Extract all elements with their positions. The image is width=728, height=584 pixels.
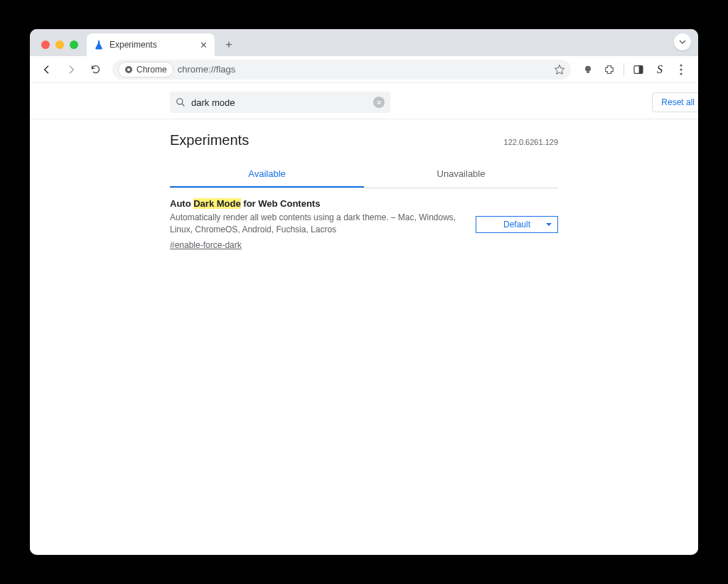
url-text: chrome://flags	[178, 64, 550, 75]
bulb-icon[interactable]	[578, 60, 598, 80]
toolbar: Chrome chrome://flags S	[30, 56, 698, 83]
page-title: Experiments	[170, 132, 558, 148]
svg-rect-5	[639, 65, 643, 73]
reset-all-button[interactable]: Reset all	[652, 92, 698, 112]
extensions-icon[interactable]	[599, 60, 619, 80]
svg-point-6	[680, 64, 682, 66]
bookmark-star-icon[interactable]	[554, 64, 565, 75]
experiment-hash-link[interactable]: #enable-force-dark	[170, 240, 242, 250]
side-panel-icon[interactable]	[628, 60, 648, 80]
separator	[623, 63, 624, 76]
new-tab-button[interactable]: +	[219, 35, 239, 55]
flask-icon	[94, 40, 104, 50]
tab-unavailable[interactable]: Unavailable	[364, 161, 558, 188]
svg-point-9	[177, 99, 183, 104]
experiment-select-value: Default	[503, 220, 530, 229]
page-content: ✕ Reset all 122.0.6261.129 Experiments A…	[30, 83, 698, 555]
tab-strip: Experiments ✕ +	[30, 29, 698, 56]
browser-tab[interactable]: Experiments ✕	[87, 33, 215, 56]
back-button[interactable]	[37, 60, 57, 80]
experiment-info: Auto Dark Mode for Web Contents Automati…	[170, 198, 461, 251]
experiment-select[interactable]: Default	[476, 216, 558, 233]
clear-search-button[interactable]: ✕	[373, 97, 385, 108]
close-tab-button[interactable]: ✕	[200, 40, 208, 50]
experiment-title: Auto Dark Mode for Web Contents	[170, 198, 461, 209]
search-bar-region: ✕ Reset all	[30, 83, 698, 119]
profile-icon[interactable]: S	[650, 60, 670, 80]
main-region: 122.0.6261.129 Experiments Available Una…	[170, 132, 558, 261]
header-row: 122.0.6261.129 Experiments	[170, 132, 558, 148]
experiment-control: Default	[476, 198, 558, 251]
tab-available[interactable]: Available	[170, 161, 364, 188]
toolbar-right: S	[578, 60, 691, 80]
experiment-row: Auto Dark Mode for Web Contents Automati…	[170, 188, 558, 261]
search-box[interactable]: ✕	[170, 92, 390, 113]
experiment-description: Automatically render all web contents us…	[170, 212, 461, 236]
svg-point-7	[680, 68, 682, 70]
search-icon	[176, 97, 186, 107]
close-window-button[interactable]	[41, 40, 50, 49]
minimize-window-button[interactable]	[55, 40, 64, 49]
maximize-window-button[interactable]	[70, 40, 78, 49]
reload-button[interactable]	[85, 60, 105, 80]
chrome-icon	[124, 65, 133, 74]
site-chip[interactable]: Chrome	[118, 62, 173, 77]
svg-point-1	[127, 68, 130, 71]
kebab-menu-icon[interactable]	[671, 60, 691, 80]
search-input[interactable]	[191, 97, 368, 108]
version-text: 122.0.6261.129	[504, 138, 558, 146]
tab-title: Experiments	[109, 40, 194, 50]
svg-point-2	[585, 65, 591, 71]
highlight-text: Dark Mode	[193, 198, 240, 209]
tabs: Available Unavailable	[170, 161, 558, 188]
chevron-down-icon[interactable]	[674, 33, 691, 50]
svg-point-8	[680, 72, 682, 75]
address-bar[interactable]: Chrome chrome://flags	[112, 60, 571, 80]
browser-window: Experiments ✕ + Chrome chrome://flags	[30, 29, 698, 555]
svg-rect-3	[587, 71, 589, 72]
forward-button[interactable]	[61, 60, 81, 80]
traffic-lights	[37, 40, 82, 56]
site-chip-label: Chrome	[136, 65, 167, 75]
svg-line-10	[182, 104, 185, 107]
